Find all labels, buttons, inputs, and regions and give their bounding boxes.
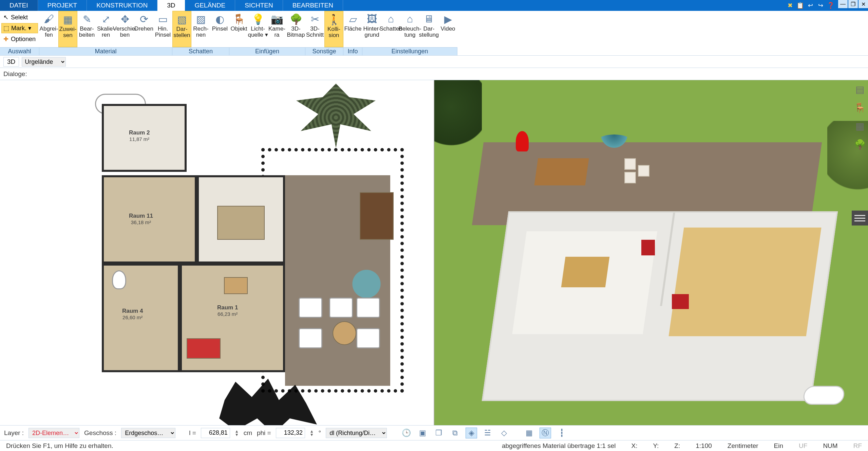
qat-icon-2[interactable]: 📋 xyxy=(796,1,804,10)
cursor-icon: ↖ xyxy=(3,14,9,21)
ribbon-label: Abgrei- fen xyxy=(40,26,58,38)
ribbon-material-1[interactable]: ▦Zuwei- sen xyxy=(58,11,77,47)
ribbon-schatten-2[interactable]: ◐Pinsel xyxy=(210,11,229,47)
qat-icon-1[interactable]: ✖ xyxy=(786,1,794,10)
tool-diamond-icon[interactable]: ◈ xyxy=(466,428,477,438)
ribbon-icon: 🌳 xyxy=(289,13,303,25)
ribbon-icon: 🪑 xyxy=(232,13,246,25)
ribbon-einstellungen-4[interactable]: ▶Video xyxy=(438,11,457,47)
ribbon-sonstige-0[interactable]: ✂3D- Schnitt xyxy=(305,11,324,47)
ribbon-einstellungen-2[interactable]: ⌂Beleuch- tung xyxy=(400,11,419,47)
view-3d[interactable]: ▤ 🪑 ▦ 🌳 xyxy=(434,80,868,425)
ribbon-label: Hin. Pinsel xyxy=(155,26,171,38)
palette-icon[interactable]: ▦ xyxy=(853,120,866,132)
ribbon-material-4[interactable]: ✥Verschie- ben xyxy=(115,11,134,47)
ribbon-einstellungen-0[interactable]: 🖼Hinter- grund xyxy=(362,11,381,47)
ribbon-schatten-1[interactable]: ▨Rech- nen xyxy=(191,11,210,47)
main-tabstrip: DATEI PROJEKT KONSTRUKTION 3D GELÄNDE SI… xyxy=(0,0,868,11)
lounge-chair-2d xyxy=(356,328,380,348)
tool-info-icon[interactable]: ┇ xyxy=(556,428,567,438)
lounge-chair-3d xyxy=(624,158,636,170)
ribbon-label: Verschie- ben xyxy=(113,26,137,38)
ribbon-einfügen-1[interactable]: 💡Licht- quelle ▾ xyxy=(248,11,267,47)
view-2d[interactable]: Raum 211,87 m² Raum 1136,18 m² Raum 333,… xyxy=(0,80,434,425)
ribbon-icon: ◐ xyxy=(213,13,227,25)
dl-dropdown[interactable]: dl (Richtung/Di… xyxy=(326,428,387,438)
dialoge-bar: Dialoge: xyxy=(0,68,868,80)
ribbon-icon: ▨ xyxy=(194,13,208,25)
sel-mark-label: Mark. ▾ xyxy=(11,24,31,32)
group-caption: Material xyxy=(39,47,172,55)
group-auswahl: ↖Selekt ⬚Mark. ▾ ✚Optionen Auswahl xyxy=(0,11,39,55)
plant-icon[interactable]: 🌳 xyxy=(853,138,866,151)
tool-grid-icon[interactable]: ▦ xyxy=(523,428,535,438)
tab-projekt[interactable]: PROJEKT xyxy=(38,0,87,11)
sel-optionen-label: Optionen xyxy=(11,36,36,43)
ribbon-material-5[interactable]: ⟳Drehen xyxy=(134,11,153,47)
lounge-chair-2d xyxy=(299,297,322,318)
tab-bearbeiten[interactable]: BEARBEITEN xyxy=(283,0,343,11)
layer-select[interactable]: Urgelände xyxy=(22,57,66,67)
ribbon-icon: ⤢ xyxy=(99,13,113,25)
ribbon-info-0[interactable]: ▱Fläche xyxy=(343,11,362,47)
house-3d xyxy=(482,211,838,401)
tool-layers-icon[interactable]: ☱ xyxy=(482,428,493,438)
sel-selekt[interactable]: ↖Selekt xyxy=(1,12,38,22)
room-4-label: Raum 426,60 m² xyxy=(122,308,143,320)
ribbon-sonstige-1[interactable]: 🚶Kolli- sion xyxy=(324,11,343,47)
phi-input[interactable] xyxy=(276,428,305,438)
panel-drag-handle[interactable] xyxy=(852,211,868,226)
group-caption: Auswahl xyxy=(0,47,39,55)
geschoss-dropdown[interactable]: Erdgeschos… xyxy=(121,428,175,438)
maximize-button[interactable]: ❐ xyxy=(848,0,858,8)
outdoor-table-2d xyxy=(360,192,394,240)
minimize-button[interactable]: — xyxy=(838,0,848,8)
ribbon-label: Pinsel xyxy=(212,26,228,32)
ribbon-einfügen-0[interactable]: 🪑Objekt xyxy=(229,11,248,47)
length-unit: cm xyxy=(244,429,252,437)
bathtub-3d xyxy=(802,386,846,405)
ribbon-schatten-0[interactable]: ▧Dar- stellen xyxy=(172,11,191,47)
status-bar: Drücken Sie F1, um Hilfe zu erhalten. ab… xyxy=(0,440,868,451)
tab-konstruktion[interactable]: KONSTRUKTION xyxy=(87,0,157,11)
ribbon-label: Video xyxy=(440,26,455,32)
qat-help-icon[interactable]: ❓ xyxy=(827,1,835,10)
ribbon-label: Licht- quelle ▾ xyxy=(248,26,268,38)
desk-2d xyxy=(224,277,248,294)
close-button[interactable]: ✕ xyxy=(858,0,868,8)
tool-copy-icon[interactable]: ⧉ xyxy=(449,428,461,438)
ribbon-einfügen-3[interactable]: 🌳3D- Bitmap xyxy=(286,11,305,47)
length-input[interactable] xyxy=(201,428,230,438)
layer-dropdown[interactable]: 2D-Elemen… xyxy=(29,428,79,438)
ribbon-einfügen-2[interactable]: 📷Kame- ra xyxy=(267,11,286,47)
tab-datei[interactable]: DATEI xyxy=(0,0,38,11)
tool-diamond2-icon[interactable]: ◇ xyxy=(498,428,510,438)
sel-optionen[interactable]: ✚Optionen xyxy=(1,34,38,44)
ribbon-material-0[interactable]: 🖌Abgrei- fen xyxy=(39,11,58,47)
geschoss-label: Geschoss : xyxy=(84,429,116,437)
group-sonstige: ✂3D- Schnitt🚶Kolli- sion Sonstige xyxy=(305,11,343,55)
ribbon-einstellungen-3[interactable]: 🖥Dar- stellung xyxy=(419,11,438,47)
ribbon-icon: 🖌 xyxy=(42,13,56,25)
tab-3d[interactable]: 3D xyxy=(157,0,185,11)
tab-gelaende[interactable]: GELÄNDE xyxy=(185,0,235,11)
tool-stack-icon[interactable]: ❒ xyxy=(433,428,445,438)
red-sofa-2d xyxy=(187,338,221,359)
red-chair-3d xyxy=(641,240,655,255)
lounge-chair-3d xyxy=(624,172,636,183)
sel-mark[interactable]: ⬚Mark. ▾ xyxy=(1,23,38,33)
qat-redo-icon[interactable]: ↪ xyxy=(816,1,825,10)
ribbon-einstellungen-1[interactable]: ⌂Schatten xyxy=(381,11,400,47)
viewmode-label: 3D xyxy=(3,57,19,67)
tool-box-icon[interactable]: ▣ xyxy=(417,428,428,438)
ribbon-material-6[interactable]: ▭Hin. Pinsel xyxy=(153,11,172,47)
qat-undo-icon[interactable]: ↩ xyxy=(806,1,814,10)
status-help: Drücken Sie F1, um Hilfe zu erhalten. xyxy=(3,442,116,450)
furniture-icon[interactable]: 🪑 xyxy=(853,101,866,114)
layers-icon[interactable]: ▤ xyxy=(853,83,866,96)
tool-clock-icon[interactable]: 🕒 xyxy=(400,428,412,438)
tab-sichten[interactable]: SICHTEN xyxy=(235,0,283,11)
ribbon-material-2[interactable]: ✎Bear- beiten xyxy=(77,11,96,47)
phi-unit: ° xyxy=(319,429,321,437)
tool-n-icon[interactable]: Ⓝ xyxy=(540,428,551,438)
